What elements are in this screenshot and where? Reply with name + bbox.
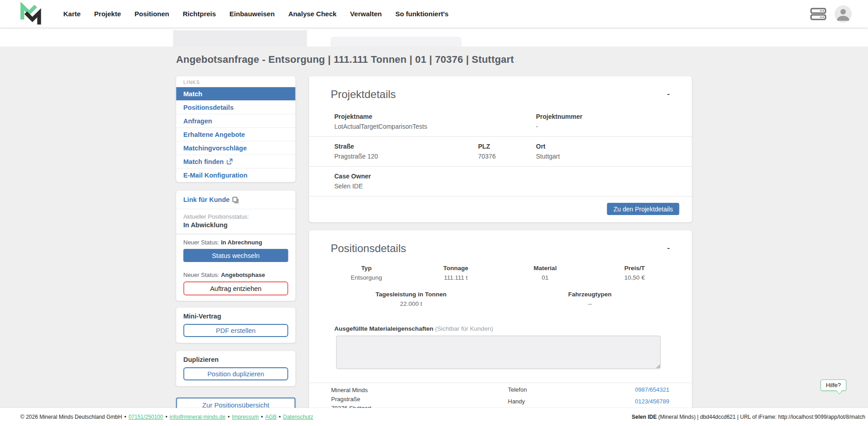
- sidebar-item-anfragen[interactable]: Anfragen: [176, 114, 296, 128]
- material-properties-hint: (Sichtbar für Kunden): [435, 325, 493, 332]
- create-pdf-button[interactable]: PDF erstellen: [184, 324, 288, 337]
- sidebar-item-label: Erhaltene Angebote: [184, 131, 245, 138]
- position-card-title: Positionsdetails: [331, 242, 406, 255]
- footer-copyright: © 2026 Mineral Minds Deutschland GmbH: [20, 414, 122, 420]
- footer-separator: •: [261, 414, 263, 420]
- server-icon[interactable]: [809, 7, 827, 21]
- duplicate-position-button[interactable]: Position duplizieren: [184, 367, 288, 380]
- help-button[interactable]: Hilfe?: [821, 379, 846, 391]
- sidebar-item-email-konfiguration[interactable]: E-Mail Konfiguration: [176, 169, 296, 182]
- contact-name: Mineral Minds: [331, 386, 508, 395]
- footer-user-name: Selen IDE: [632, 414, 656, 420]
- go-to-project-details-button[interactable]: Zu den Projektdetails: [607, 203, 679, 215]
- sidebar: LINKS Match Positionsdetails Anfragen Er…: [176, 76, 296, 412]
- footer-session-info: Selen IDE (Mineral Minds) | dbd44dccd621…: [632, 414, 865, 420]
- footer-left: © 2026 Mineral Minds Deutschland GmbH • …: [20, 414, 313, 420]
- footer-impressum-link[interactable]: Impressum: [232, 414, 259, 420]
- contact-street: Pragstraße: [331, 395, 508, 404]
- phone-link[interactable]: 0987/654321: [635, 386, 670, 393]
- position-specs-row: Typ Entsorgung Tonnage 111.111 t Materia…: [309, 261, 692, 281]
- nav-item-projekte[interactable]: Projekte: [94, 10, 121, 18]
- position-specs-row-2: Tagesleistung in Tonnen 22.000 t Fahrzeu…: [309, 281, 692, 307]
- main-navigation: Karte Projekte Positionen Richtpreis Ein…: [63, 10, 448, 18]
- footer-session-detail: (Mineral Minds) | dbd44dccd621 | URL of …: [657, 414, 865, 420]
- duplicate-title: Duplizieren: [184, 356, 288, 363]
- change-status-button[interactable]: Status wechseln: [184, 249, 288, 262]
- projektname-label: Projektname: [335, 113, 536, 120]
- nav-item-verwalten[interactable]: Verwalten: [350, 10, 382, 18]
- links-card-header: LINKS: [176, 76, 296, 87]
- next-status-label: Neuer Status:: [184, 239, 220, 246]
- footer-datenschutz-link[interactable]: Datenschutz: [283, 414, 313, 420]
- nav-item-positionen[interactable]: Positionen: [135, 10, 170, 18]
- user-avatar[interactable]: [835, 5, 852, 23]
- duplicate-card: Duplizieren Position duplizieren: [176, 351, 296, 386]
- ort-label: Ort: [536, 143, 692, 150]
- plz-value: 70376: [478, 153, 536, 160]
- footer-separator: •: [165, 414, 167, 420]
- footer-separator: •: [228, 414, 230, 420]
- sidebar-item-erhaltene-angebote[interactable]: Erhaltene Angebote: [176, 128, 296, 141]
- fahrzeugtypen-value: --: [500, 300, 679, 307]
- nav-item-einbauweisen[interactable]: Einbauweisen: [230, 10, 275, 18]
- fahrzeugtypen-label: Fahrzeugtypen: [500, 291, 679, 298]
- links-card: LINKS Match Positionsdetails Anfragen Er…: [176, 76, 296, 182]
- skeleton-block: [173, 30, 307, 47]
- mini-contract-title: Mini-Vertrag: [184, 313, 288, 320]
- nav-item-karte[interactable]: Karte: [63, 10, 80, 18]
- preis-label: Preis/T: [590, 265, 679, 272]
- typ-value: Entsorgung: [322, 274, 411, 281]
- sidebar-item-label: Match: [184, 90, 203, 98]
- footer-agb-link[interactable]: AGB: [265, 414, 276, 420]
- ort-value: Stuttgart: [536, 153, 692, 160]
- mobile-link[interactable]: 0123/456789: [635, 398, 670, 405]
- footer-phone-link[interactable]: 07151/250100: [128, 414, 163, 420]
- sidebar-item-match[interactable]: Match: [176, 87, 296, 101]
- tonnage-label: Tonnage: [411, 265, 500, 272]
- project-details-card: Projektdetails - Projektname LotActualTa…: [309, 76, 692, 222]
- projektnummer-value: -: [536, 123, 692, 130]
- plz-label: PLZ: [478, 143, 536, 150]
- page-title: Angebotsanfrage - Entsorgung | 111.111 T…: [176, 54, 692, 66]
- projektnummer-label: Projektnummer: [536, 113, 692, 120]
- nav-item-so-funktionierts[interactable]: So funktioniert's: [395, 10, 448, 18]
- footer: © 2026 Mineral Minds Deutschland GmbH • …: [0, 408, 868, 426]
- copy-icon[interactable]: [232, 197, 239, 203]
- revoke-status-label: Neuer Status:: [184, 272, 220, 278]
- mineral-minds-logo-icon[interactable]: [18, 2, 43, 26]
- sidebar-item-label: Matchingvorschläge: [184, 145, 247, 152]
- sidebar-item-match-finden[interactable]: Match finden: [176, 155, 296, 169]
- material-properties-textarea[interactable]: [336, 336, 661, 369]
- tagesleistung-value: 22.000 t: [322, 300, 501, 307]
- app-frame: Karte Projekte Positionen Richtpreis Ein…: [0, 0, 868, 426]
- material-properties-row: Ausgefüllte Materialeigenschaften (Sicht…: [309, 307, 692, 332]
- skeleton-tab: [330, 37, 462, 47]
- typ-label: Typ: [322, 265, 411, 272]
- position-details-card: Positionsdetails - Typ Entsorgung Tonnag…: [309, 230, 692, 426]
- collapse-icon[interactable]: -: [665, 88, 672, 99]
- sidebar-item-matchingvorschlaege[interactable]: Matchingvorschläge: [176, 141, 296, 155]
- sidebar-item-label: E-Mail Konfiguration: [184, 172, 248, 179]
- collapse-icon[interactable]: -: [665, 242, 672, 253]
- page-content: Angebotsanfrage - Entsorgung | 111.111 T…: [176, 47, 692, 426]
- scrolled-content-strip: [0, 28, 868, 47]
- nav-item-analyse-check[interactable]: Analyse Check: [288, 10, 337, 18]
- footer-separator: •: [124, 414, 126, 420]
- sidebar-item-positionsdetails[interactable]: Positionsdetails: [176, 101, 296, 114]
- status-card: Link für Kunde Aktueller Positionsstatus…: [176, 191, 296, 301]
- customer-link[interactable]: Link für Kunde: [184, 196, 230, 203]
- tonnage-value: 111.111 t: [411, 274, 500, 281]
- footer-email-link[interactable]: info@mineral-minds.de: [170, 414, 226, 420]
- material-label: Material: [500, 265, 590, 272]
- material-properties-label: Ausgefüllte Materialeigenschaften: [335, 325, 434, 332]
- nav-item-richtpreis[interactable]: Richtpreis: [183, 10, 216, 18]
- current-status-label: Aktueller Positionsstatus:: [184, 213, 288, 220]
- material-value: 01: [500, 274, 590, 281]
- revoke-order-button[interactable]: Auftrag entziehen: [184, 281, 288, 295]
- project-row-3: Case Owner Selen IDE: [309, 166, 692, 196]
- external-link-icon: [227, 159, 233, 164]
- revoke-status-value: Angebotsphase: [221, 272, 265, 278]
- navbar-right-actions: [809, 5, 852, 23]
- main-column: Projektdetails - Projektname LotActualTa…: [309, 76, 692, 426]
- next-status-row: Neuer Status: In Abrechnung: [176, 235, 296, 249]
